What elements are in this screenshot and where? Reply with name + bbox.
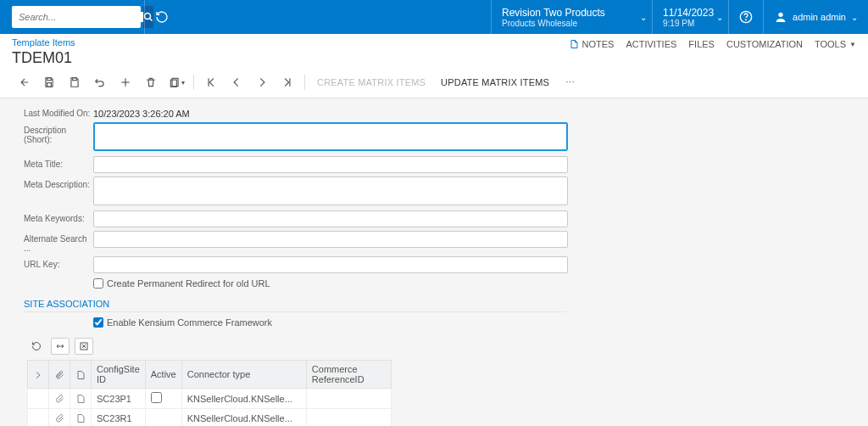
notes-action[interactable]: NOTES (569, 39, 615, 49)
attachment-icon (54, 413, 64, 423)
files-action[interactable]: FILES (688, 39, 715, 49)
plus-icon (120, 76, 131, 88)
tenant-sub: Products Wholesale (502, 19, 642, 28)
attachment-icon (54, 370, 64, 380)
page-header: Template Items TDEM01 NOTES ACTIVITIES F… (0, 34, 868, 98)
pointer-icon (33, 370, 43, 380)
description-short-label: Description (Short): (24, 122, 93, 144)
tools-label: TOOLS (815, 39, 846, 49)
col-pointer[interactable] (28, 361, 49, 389)
customization-action[interactable]: CUSTOMIZATION (726, 39, 803, 49)
col-active[interactable]: Active (145, 361, 181, 389)
chevron-down-icon: ⌄ (716, 13, 723, 22)
clipboard-icon (169, 76, 181, 88)
url-key-input[interactable] (93, 256, 568, 273)
record-title: TDEM01 (12, 49, 75, 67)
notes-label: NOTES (582, 39, 615, 49)
business-date[interactable]: 11/14/2023 9:19 PM ⌄ (652, 0, 728, 34)
perm-redirect-checkbox[interactable] (93, 278, 103, 289)
cell-ref (306, 389, 391, 409)
search-wrap (0, 0, 144, 34)
attachment-icon (54, 394, 64, 404)
col-attach[interactable] (49, 361, 70, 389)
col-connector-type[interactable]: Connector type (181, 361, 306, 389)
caret-down-icon: ▼ (849, 41, 856, 48)
prev-button[interactable] (225, 72, 248, 92)
enable-kcf-label: Enable Kensium Commerce Framework (107, 317, 272, 328)
save-icon (43, 76, 55, 88)
col-commerce-ref[interactable]: Commerce ReferenceID (306, 361, 391, 389)
meta-keywords-input[interactable] (93, 210, 568, 227)
grid-row[interactable]: SC23R1 KNSellerCloud.KNSelle... (28, 409, 392, 427)
site-association-section: SITE ASSOCIATION (24, 299, 566, 312)
search-input[interactable] (12, 12, 143, 22)
alternate-search-label: Alternate Search ... (24, 231, 93, 253)
activities-action[interactable]: ACTIVITIES (626, 39, 676, 49)
nav-prev-icon (231, 76, 242, 88)
grid-refresh-button[interactable] (27, 338, 46, 355)
meta-description-input[interactable] (93, 177, 568, 205)
meta-keywords-label: Meta Keywords: (24, 210, 93, 223)
search-box (12, 6, 141, 28)
top-bar: Revision Two Products Products Wholesale… (0, 0, 868, 34)
arrow-left-icon (18, 76, 30, 88)
grid-fit-button[interactable] (51, 338, 70, 355)
alternate-search-input[interactable] (93, 231, 568, 248)
save-close-button[interactable] (63, 72, 86, 92)
chevron-down-icon: ⌄ (851, 13, 858, 22)
grid-row[interactable]: SC23P1 KNSellerCloud.KNSelle... (28, 389, 392, 409)
refresh-button[interactable] (145, 0, 179, 34)
next-button[interactable] (250, 72, 274, 92)
more-actions[interactable]: ⋯ (558, 72, 581, 92)
last-button[interactable] (275, 72, 299, 92)
toolbar: ▾ CREATE MATRIX ITEMS UPDATE MATRIX ITEM… (12, 67, 856, 98)
meta-description-label: Meta Description: (24, 177, 93, 189)
add-button[interactable] (114, 72, 137, 92)
copy-button[interactable]: ▾ (164, 72, 188, 92)
meta-title-label: Meta Title: (24, 156, 93, 169)
back-button[interactable] (12, 72, 36, 92)
cancel-button[interactable] (88, 72, 112, 92)
tenant-selector[interactable]: Revision Two Products Products Wholesale… (491, 0, 652, 34)
columns-icon (55, 341, 65, 351)
tenant-name: Revision Two Products (502, 7, 642, 19)
svg-point-3 (746, 20, 747, 20)
delete-button[interactable] (139, 72, 163, 92)
user-name: admin admin (793, 12, 846, 22)
note-icon (75, 394, 86, 404)
cell-connector: KNSellerCloud.KNSelle... (181, 409, 306, 427)
cell-active-checkbox[interactable] (151, 392, 162, 403)
col-note[interactable] (70, 361, 92, 389)
enable-kcf-checkbox[interactable] (93, 317, 103, 328)
tools-action[interactable]: TOOLS ▼ (815, 39, 856, 49)
note-icon (75, 413, 86, 423)
chevron-down-icon: ⌄ (640, 13, 647, 22)
breadcrumb[interactable]: Template Items (12, 37, 75, 48)
help-button[interactable] (728, 0, 763, 34)
ellipsis-icon: ⋯ (565, 77, 575, 88)
save-close-icon (69, 76, 81, 88)
note-icon (75, 370, 86, 380)
description-short-input[interactable] (93, 122, 568, 151)
user-menu[interactable]: admin admin ⌄ (763, 0, 868, 34)
first-button[interactable] (199, 72, 223, 92)
export-icon (79, 341, 89, 351)
perm-redirect-label: Create Permanent Redirect for old URL (107, 278, 270, 289)
undo-icon (94, 76, 106, 88)
last-modified-label: Last Modified On: (24, 105, 93, 118)
meta-title-input[interactable] (93, 156, 568, 173)
url-key-label: URL Key: (24, 256, 93, 269)
content-area: Last Modified On: 10/23/2023 3:26:20 AM … (0, 98, 868, 426)
svg-rect-11 (170, 80, 176, 87)
grid-export-button[interactable] (75, 338, 93, 355)
svg-rect-6 (47, 83, 52, 87)
update-matrix-cmd[interactable]: UPDATE MATRIX ITEMS (434, 77, 556, 87)
col-config-site-id[interactable]: ConfigSite ID (92, 361, 146, 389)
refresh-icon (155, 10, 169, 24)
svg-rect-5 (47, 78, 52, 81)
nav-first-icon (205, 76, 217, 88)
cell-connector: KNSellerCloud.KNSelle... (181, 389, 306, 409)
svg-point-4 (778, 13, 782, 17)
caret-down-icon: ▾ (181, 79, 185, 87)
save-button[interactable] (37, 72, 61, 92)
